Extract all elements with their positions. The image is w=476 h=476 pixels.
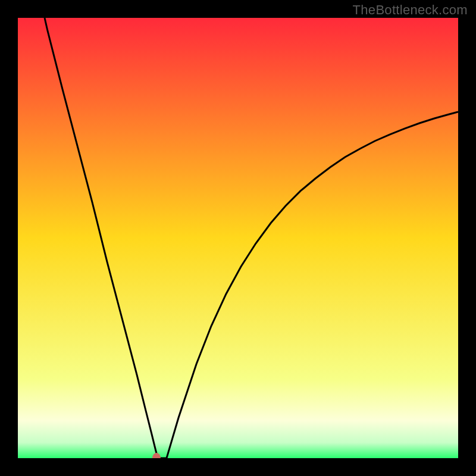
plot-area [18, 18, 458, 458]
watermark-text: TheBottleneck.com [353, 2, 468, 18]
bottleneck-curve [45, 18, 458, 458]
chart-frame: TheBottleneck.com [0, 0, 476, 476]
curve-layer [18, 18, 458, 458]
